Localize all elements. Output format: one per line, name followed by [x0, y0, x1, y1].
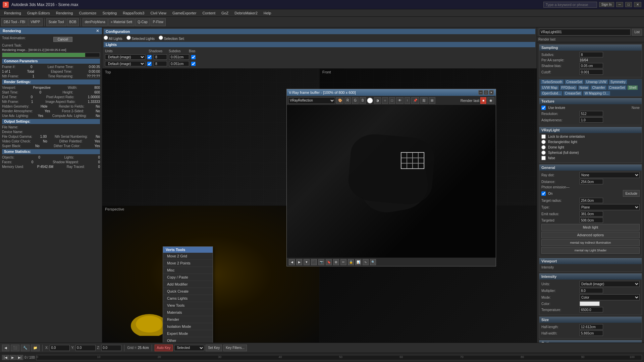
color-swatch[interactable]	[580, 301, 600, 306]
exclude-button[interactable]: Exclude	[623, 190, 640, 197]
wmapping-item[interactable]: W Mapping Cl...	[583, 91, 610, 96]
options-header[interactable]: Options	[539, 340, 642, 343]
vmpp-button[interactable]: VMPP	[28, 18, 42, 26]
rect-disc-radio[interactable]	[541, 140, 546, 144]
vfb-b-button[interactable]: B	[360, 97, 366, 104]
vfb-status-btn-5[interactable]: 📷	[318, 259, 324, 265]
ray-dist-select[interactable]: None	[580, 172, 640, 178]
temperature-input[interactable]	[580, 307, 603, 312]
emit-radius-input[interactable]	[580, 211, 603, 217]
vfb-color-picker-button[interactable]: 🎨	[336, 97, 343, 104]
ctx-add-modifier[interactable]: Add Modifier	[163, 281, 213, 288]
ffdbox-item[interactable]: FFD(box)	[560, 85, 577, 90]
menu-goz[interactable]: GoZ	[219, 10, 231, 16]
light-name-input[interactable]	[539, 29, 631, 36]
intensity-header[interactable]: Intensity	[539, 274, 642, 280]
distance-input[interactable]	[580, 179, 603, 184]
ctx-copy-paste[interactable]: Copy / Paste	[163, 274, 213, 281]
lock-dome-checkbox[interactable]	[541, 134, 546, 139]
ctx-render[interactable]: Render	[163, 316, 213, 323]
bt-btn-1[interactable]: ◀	[2, 345, 9, 351]
resolution-input[interactable]	[580, 111, 603, 116]
subdivs-input[interactable]	[580, 52, 603, 57]
menu-rappatools3[interactable]: RappaTools3	[120, 10, 147, 16]
menu-gameexporter[interactable]: GameExporter	[170, 10, 199, 16]
qcap-button[interactable]: Q-Cap	[135, 18, 150, 26]
menu-scripting[interactable]: Scripting	[100, 10, 119, 16]
menu-debrismaker2[interactable]: DebrisMaker2	[232, 10, 260, 16]
all-lights-radio[interactable]	[104, 36, 108, 40]
menu-graph-editors[interactable]: Graph Editors	[24, 10, 53, 16]
shell-item[interactable]: Shell	[628, 85, 638, 90]
mode-select[interactable]: Color	[580, 294, 640, 300]
vfb-eye2-button[interactable]: ◉	[487, 97, 494, 104]
menu-help[interactable]: Help	[261, 10, 274, 16]
vfb-red-stop[interactable]: ■	[480, 97, 486, 104]
menu-civil-view[interactable]: Civil View	[148, 10, 169, 16]
invisible-check-1[interactable]	[191, 55, 196, 59]
spherical-radio[interactable]	[541, 150, 546, 155]
unwrapuvw-item[interactable]: Unwrap UVW	[585, 80, 608, 84]
advanced-options-button[interactable]: Advanced options	[541, 232, 640, 238]
z-input[interactable]	[101, 345, 121, 351]
shadow-bias-input[interactable]	[580, 63, 603, 68]
x-input[interactable]	[50, 345, 70, 351]
bt-btn-3[interactable]: 🔧	[21, 345, 30, 351]
set-key-button[interactable]: Set Key	[206, 345, 222, 351]
tl-next-button[interactable]: ▶|	[16, 355, 23, 360]
uvwmap-item[interactable]: UVW Map	[541, 85, 559, 90]
channel-select[interactable]: VRayReflection VRayBeauty VRayDiffuse VR…	[288, 97, 335, 104]
subdivs-input-1[interactable]	[154, 54, 167, 60]
on-checkbox[interactable]	[541, 191, 546, 196]
ctx-expert-mode[interactable]: Expert Mode	[163, 330, 213, 337]
mental-ray-button[interactable]: mental ray Indirect Illumination	[541, 239, 640, 246]
menu-customize[interactable]: Customize	[76, 10, 99, 16]
y-input[interactable]	[75, 345, 96, 351]
selected-dropdown[interactable]: Selected	[174, 345, 204, 351]
selection-set-option[interactable]: Selection Set:	[159, 36, 185, 41]
shadows-check-2[interactable]	[147, 62, 152, 66]
vfb-status-btn-12[interactable]: 🔍	[370, 259, 376, 265]
vfb-pin-button[interactable]: 📌	[411, 97, 419, 104]
ctx-isolation-mode[interactable]: Isolation Mode	[163, 323, 213, 330]
dbj-tool-button[interactable]: DBJ Tool - FBI	[1, 18, 28, 26]
vfb-arrow-button[interactable]: ↑	[405, 97, 410, 104]
vfb-circle2-button[interactable]: ○	[382, 97, 388, 104]
vfb-g-button[interactable]: G	[352, 97, 359, 104]
vfb-square-button[interactable]: □	[389, 97, 395, 104]
general-header[interactable]: General	[539, 165, 642, 171]
tl-play-button[interactable]: ▶	[10, 355, 16, 360]
vfb-eye-button[interactable]: 👁	[396, 97, 404, 104]
vfb-link-button[interactable]: ⛓	[420, 97, 428, 104]
target-radius-input[interactable]	[580, 198, 603, 203]
vfb-circle-button[interactable]	[367, 98, 373, 104]
vfb-close-button[interactable]: ✕	[489, 90, 494, 95]
vfb-compare-button[interactable]: ⊞	[429, 97, 435, 104]
pflow-button[interactable]: P-Flow	[151, 18, 166, 26]
creaseset1-item[interactable]: CreaseSet	[565, 80, 583, 84]
targeted-input[interactable]	[580, 218, 603, 223]
menu-rendering[interactable]: Rendering	[1, 10, 24, 16]
cutoff-input[interactable]	[580, 69, 603, 75]
ctx-misc[interactable]: Misc	[163, 267, 213, 274]
sign-in-button[interactable]: Sign In	[599, 2, 614, 7]
vfb-status-btn-6[interactable]: 🔖	[326, 259, 332, 265]
adaptiveness-input[interactable]	[580, 117, 603, 123]
vfb-status-btn-4[interactable]: ⬛	[311, 259, 317, 265]
creaseset3-item[interactable]: CreaseSet	[564, 91, 582, 96]
invisible-check-2[interactable]	[191, 62, 196, 66]
ctx-materials[interactable]: Materials	[163, 309, 213, 316]
cancel-button[interactable]: Cancel	[53, 37, 72, 42]
vfb-status-btn-1[interactable]: ◀	[289, 259, 295, 265]
sampling-header[interactable]: Sampling	[539, 45, 642, 51]
half-length-input[interactable]	[580, 324, 603, 329]
list-button[interactable]: List	[632, 29, 642, 36]
texture-header[interactable]: Texture	[539, 98, 642, 104]
bias-input-1[interactable]	[169, 54, 189, 60]
use-texture-checkbox[interactable]	[541, 106, 546, 110]
vfb-maximize-button[interactable]: □	[484, 90, 488, 95]
selected-lights-option[interactable]: Selected Lights	[126, 36, 155, 41]
menu-content[interactable]: Content	[200, 10, 218, 16]
mat-set-button[interactable]: » Material Sett	[108, 18, 135, 26]
opensubd-item[interactable]: OpenSubd...	[541, 91, 562, 96]
